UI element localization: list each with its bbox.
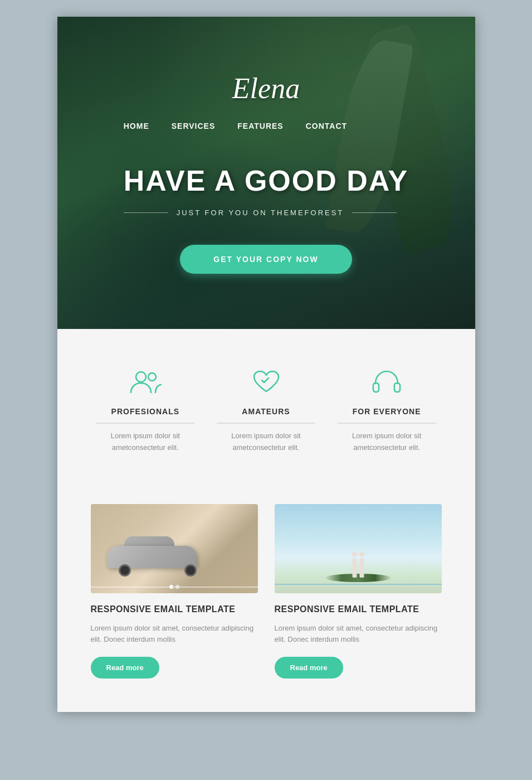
feature-professionals: PROFESIONALS Lorem ipsum dolor sit ametc… xyxy=(91,368,201,454)
page-wrapper: Elena HOME SERVICES FEATURES CONTACT HAV… xyxy=(57,17,475,712)
feature-everyone-title: FOR EVERYONE xyxy=(338,407,436,424)
couple-figures xyxy=(352,558,364,578)
nav-features[interactable]: FEATURES xyxy=(237,122,283,130)
nav-home[interactable]: HOME xyxy=(124,122,149,130)
cards-section: RESPONSIVE EMAIL TEMPLATE Lorem ipsum do… xyxy=(57,493,475,713)
figure-2 xyxy=(359,558,364,578)
car-wheel-left xyxy=(119,564,131,576)
feature-everyone: FOR EVERYONE Lorem ipsum dolor sit ametc… xyxy=(332,368,442,454)
heart-icon xyxy=(250,368,283,396)
cta-button[interactable]: GET YOUR COPY NOW xyxy=(180,245,352,274)
hero-content: Elena HOME SERVICES FEATURES CONTACT HAV… xyxy=(124,72,409,274)
features-grid: PROFESIONALS Lorem ipsum dolor sit ametc… xyxy=(91,368,442,454)
nav-services[interactable]: SERVICES xyxy=(172,122,216,130)
card-2: RESPONSIVE EMAIL TEMPLATE Lorem ipsum do… xyxy=(275,504,442,679)
svg-point-0 xyxy=(136,372,146,382)
card-2-title: RESPONSIVE EMAIL TEMPLATE xyxy=(275,604,442,614)
card-1-text: Lorem ipsum dolor sit amet, consectetur … xyxy=(91,623,258,646)
hero-title: HAVE A GOOD DAY xyxy=(124,164,409,197)
divider-line-right xyxy=(352,212,397,213)
users-icon xyxy=(129,368,162,396)
card-2-read-more-button[interactable]: Read more xyxy=(275,657,343,679)
site-logo: Elena xyxy=(124,72,409,105)
feature-amateurs: AMATEURS Lorem ipsum dolor sit ametconse… xyxy=(211,368,321,454)
car-wheel-right xyxy=(184,564,197,576)
svg-point-1 xyxy=(148,373,156,381)
card-1-read-more-button[interactable]: Read more xyxy=(91,657,159,679)
dot-2[interactable] xyxy=(175,585,179,589)
headphones-icon xyxy=(370,368,403,396)
dot-1[interactable] xyxy=(169,585,173,589)
feature-everyone-text: Lorem ipsum dolor sit ametconsectetur el… xyxy=(338,430,436,454)
figure-1 xyxy=(352,558,357,578)
card-1-title: RESPONSIVE EMAIL TEMPLATE xyxy=(91,604,258,614)
svg-rect-2 xyxy=(373,383,379,392)
nav-contact[interactable]: CONTACT xyxy=(306,122,347,130)
car-illustration xyxy=(108,543,208,576)
card-2-image xyxy=(275,504,442,593)
main-nav: HOME SERVICES FEATURES CONTACT xyxy=(124,122,409,130)
card-2-text: Lorem ipsum dolor sit amet, consectetur … xyxy=(275,623,442,646)
feature-professionals-text: Lorem ipsum dolor sit ametconsectetur el… xyxy=(96,430,195,454)
feature-professionals-title: PROFESIONALS xyxy=(96,407,195,424)
hero-subtitle: JUST FOR YOU ON THEMEFOREST xyxy=(177,209,344,217)
car-body xyxy=(108,546,197,568)
feature-amateurs-text: Lorem ipsum dolor sit ametconsectetur el… xyxy=(217,430,315,454)
hero-divider: JUST FOR YOU ON THEMEFOREST xyxy=(124,209,409,217)
card-1: RESPONSIVE EMAIL TEMPLATE Lorem ipsum do… xyxy=(91,504,258,679)
divider-line-left xyxy=(124,212,168,213)
card-1-image xyxy=(91,504,258,593)
feature-amateurs-title: AMATEURS xyxy=(217,407,315,424)
svg-rect-3 xyxy=(394,383,400,392)
features-section: PROFESIONALS Lorem ipsum dolor sit ametc… xyxy=(57,329,475,493)
cards-grid: RESPONSIVE EMAIL TEMPLATE Lorem ipsum do… xyxy=(91,504,442,679)
water-surface xyxy=(275,584,442,585)
hero-section: Elena HOME SERVICES FEATURES CONTACT HAV… xyxy=(57,17,475,329)
carousel-dots xyxy=(169,585,179,589)
